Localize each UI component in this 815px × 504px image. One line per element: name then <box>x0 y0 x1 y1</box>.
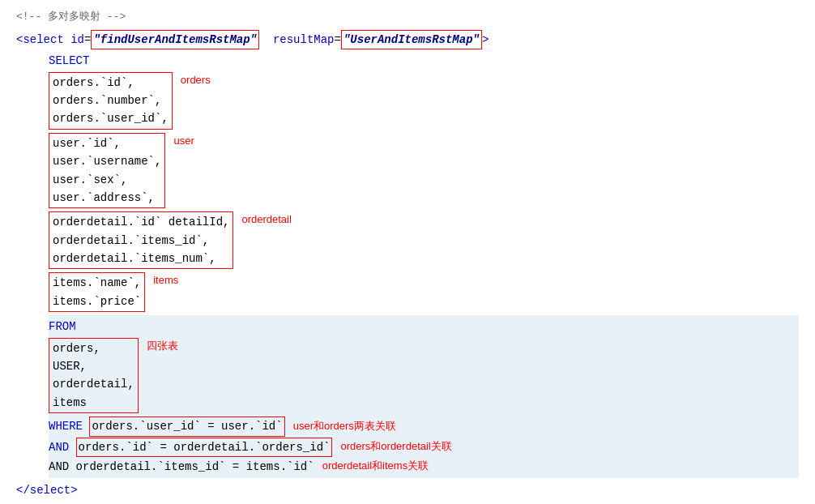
orders-field-1: orders.`id`, <box>53 74 169 92</box>
select-close-tag: </select> <box>16 481 78 499</box>
from-tables-block: orders, USER, orderdetail, items 四张表 <box>49 338 799 416</box>
where-condition3-annotation: orderdetail和items关联 <box>322 458 429 475</box>
from-tables-annotation: 四张表 <box>147 338 178 355</box>
select-close-bracket: > <box>482 31 489 49</box>
from-tables-box: orders, USER, orderdetail, items <box>49 338 139 414</box>
items-block: items.`name`, items.`price` items <box>49 272 799 314</box>
where-condition2-box: orders.`id` = orderdetail.`orders_id` <box>76 438 333 457</box>
attr-result-name: resultMap <box>273 31 335 49</box>
user-annotation: user <box>173 133 194 150</box>
from-keyword: FROM <box>49 318 76 335</box>
from-table-3: orderdetail, <box>53 375 134 393</box>
orderdetail-annotation: orderdetail <box>241 211 291 229</box>
attr-id-name: id <box>70 31 84 49</box>
and-condition2-line: AND orders.`id` = orderdetail.`orders_id… <box>49 438 799 457</box>
items-field-1: items.`name`, <box>53 274 141 292</box>
where-condition1-box: orders.`user_id` = user.`id` <box>89 416 284 436</box>
orderdetail-field-1: orderdetail.`id` detailId, <box>53 213 229 231</box>
user-field-1: user.`id`, <box>53 135 161 152</box>
where-condition3-text: AND orderdetail.`items_id` = items.`id` <box>49 458 314 476</box>
orderdetail-block: orderdetail.`id` detailId, orderdetail.`… <box>49 211 799 271</box>
orderdetail-field-2: orderdetail.`items_id`, <box>53 232 229 250</box>
from-table-2: USER, <box>53 357 134 375</box>
where-line: WHERE orders.`user_id` = user.`id` user和… <box>49 416 799 436</box>
comment-line: <!-- 多对多映射 --> <box>16 9 799 29</box>
user-block: user.`id`, user.`username`, user.`sex`, … <box>49 133 799 211</box>
orders-field-2: orders.`number`, <box>53 92 169 109</box>
items-fields-box: items.`name`, items.`price` <box>49 272 145 312</box>
select-keyword-line: SELECT <box>49 52 799 70</box>
and-condition3-line: AND orderdetail.`items_id` = items.`id` … <box>49 458 799 476</box>
sql-block: SELECT orders.`id`, orders.`number`, ord… <box>16 52 799 478</box>
comment-text: <!-- 多对多映射 --> <box>16 9 126 26</box>
attr-result-value: "UserAndItemsRstMap" <box>341 30 482 49</box>
select-sql-keyword: SELECT <box>49 52 89 70</box>
orderdetail-fields-box: orderdetail.`id` detailId, orderdetail.`… <box>49 211 233 269</box>
attr-id-value: "findUserAndItemsRstMap" <box>91 30 259 49</box>
items-field-2: items.`price` <box>53 293 141 310</box>
user-field-4: user.`address`, <box>53 189 161 207</box>
user-field-2: user.`username`, <box>53 152 161 170</box>
select-keyword-open: <select <box>16 31 64 49</box>
orders-annotation: orders <box>181 72 211 89</box>
and-keyword-2: AND <box>49 438 76 456</box>
code-area: <!-- 多对多映射 --> <select id = "findUserAnd… <box>0 0 815 504</box>
orders-fields-box: orders.`id`, orders.`number`, orders.`us… <box>49 72 173 130</box>
from-table-4: items <box>53 394 134 412</box>
where-condition1-annotation: user和orders两表关联 <box>293 418 396 435</box>
select-close-line: </select> <box>16 481 799 499</box>
user-fields-box: user.`id`, user.`username`, user.`sex`, … <box>49 133 165 209</box>
from-keyword-line: FROM <box>49 318 799 335</box>
orders-field-3: orders.`user_id`, <box>53 109 169 127</box>
items-annotation: items <box>153 272 178 289</box>
user-field-3: user.`sex`, <box>53 171 161 189</box>
from-section: FROM orders, USER, orderdetail, items 四张… <box>49 315 799 478</box>
where-condition2-annotation: orders和orderdetail关联 <box>340 438 451 455</box>
orderdetail-field-3: orderdetail.`items_num`, <box>53 250 229 267</box>
select-open-line: <select id = "findUserAndItemsRstMap" re… <box>16 30 799 49</box>
where-keyword: WHERE <box>49 417 89 435</box>
from-table-1: orders, <box>53 340 134 357</box>
orders-block: orders.`id`, orders.`number`, orders.`us… <box>49 72 799 131</box>
